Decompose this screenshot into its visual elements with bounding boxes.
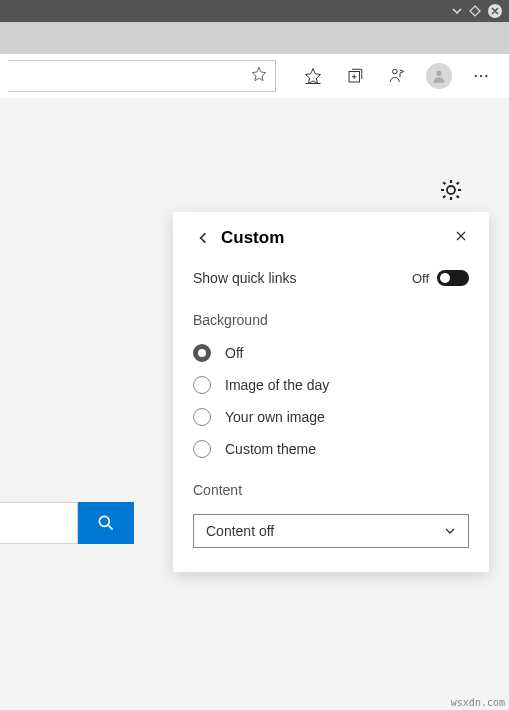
popover-title: Custom — [221, 228, 284, 248]
background-radio-group: Off Image of the day Your own image Cust… — [193, 344, 469, 458]
favorites-button[interactable] — [293, 56, 333, 96]
search-bar — [0, 502, 134, 544]
quick-links-label: Show quick links — [193, 270, 297, 286]
content-select-value: Content off — [206, 523, 274, 539]
background-option-image-of-the-day[interactable]: Image of the day — [193, 376, 469, 394]
background-section-label: Background — [193, 312, 469, 328]
search-icon — [96, 513, 116, 533]
close-icon[interactable] — [487, 3, 503, 19]
page-content: Custom Show quick links Off Background O… — [0, 98, 509, 692]
radio-icon — [193, 376, 211, 394]
tab-strip — [0, 22, 509, 54]
watermark: wsxdn.com — [451, 697, 505, 708]
background-option-off[interactable]: Off — [193, 344, 469, 362]
content-select[interactable]: Content off — [193, 514, 469, 548]
radio-icon — [193, 344, 211, 362]
more-button[interactable] — [461, 56, 501, 96]
close-icon — [455, 230, 467, 242]
chevron-down-icon — [444, 525, 456, 537]
radio-icon — [193, 440, 211, 458]
address-bar[interactable] — [8, 60, 276, 92]
quick-links-row: Show quick links Off — [193, 270, 469, 286]
avatar-icon — [426, 63, 452, 89]
back-button[interactable] — [193, 228, 213, 248]
background-option-your-own-image[interactable]: Your own image — [193, 408, 469, 426]
background-option-custom-theme[interactable]: Custom theme — [193, 440, 469, 458]
svg-line-9 — [109, 526, 113, 530]
profile-button[interactable] — [419, 56, 459, 96]
search-input[interactable] — [0, 502, 78, 544]
svg-point-8 — [99, 516, 109, 526]
search-button[interactable] — [78, 502, 134, 544]
svg-point-5 — [475, 75, 477, 77]
star-outline-icon[interactable] — [251, 66, 267, 86]
chevron-left-icon — [196, 231, 210, 245]
radio-icon — [193, 408, 211, 426]
person-flag-button[interactable] — [377, 56, 417, 96]
gear-icon — [439, 178, 463, 202]
content-section-label: Content — [193, 482, 469, 498]
svg-point-4 — [436, 71, 441, 76]
browser-toolbar — [0, 54, 509, 98]
popover-close-button[interactable] — [449, 224, 473, 248]
svg-point-3 — [393, 69, 398, 74]
window-titlebar — [0, 0, 509, 22]
diamond-icon[interactable] — [469, 5, 481, 17]
quick-links-state: Off — [412, 271, 429, 286]
quick-links-toggle[interactable] — [437, 270, 469, 286]
svg-point-6 — [480, 75, 482, 77]
settings-popover: Custom Show quick links Off Background O… — [173, 212, 489, 572]
settings-gear-button[interactable] — [435, 174, 467, 206]
svg-point-7 — [485, 75, 487, 77]
collections-button[interactable] — [335, 56, 375, 96]
chevron-down-icon[interactable] — [451, 5, 463, 17]
